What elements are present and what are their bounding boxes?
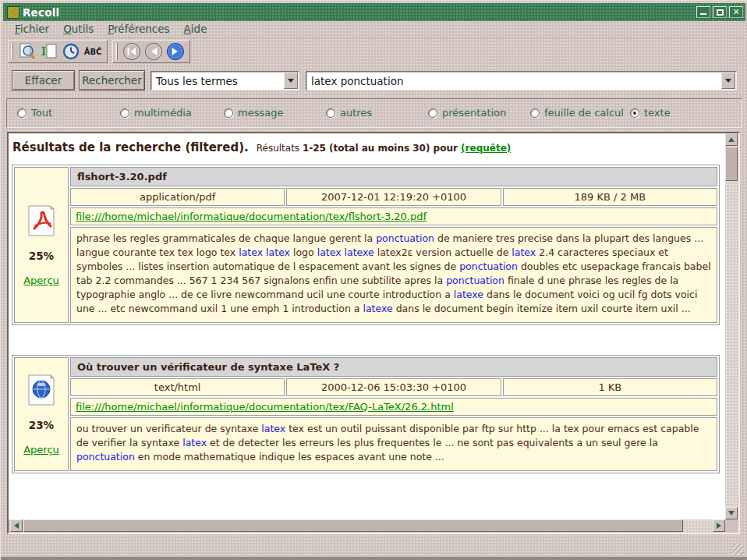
filter-radio-multimedia[interactable]: multimédia bbox=[120, 107, 192, 119]
term-explorer-icon[interactable]: ÂBĈ bbox=[82, 41, 104, 62]
clear-button[interactable]: Effacer bbox=[12, 70, 75, 90]
toolbar-handle[interactable] bbox=[115, 43, 118, 60]
chevron-down-icon[interactable] bbox=[721, 73, 735, 89]
filter-label: feuille de calcul bbox=[544, 107, 624, 119]
snippet-text: dans le document begin itemize item uxil… bbox=[393, 303, 691, 314]
horizontal-scrollbar[interactable] bbox=[10, 519, 725, 533]
relevance-percent: 23% bbox=[15, 419, 68, 431]
result-title: flshort-3.20.pdf bbox=[70, 167, 717, 186]
previous-page-icon[interactable] bbox=[143, 41, 165, 62]
snippet-text: et de detecter les erreurs les plus freq… bbox=[207, 437, 658, 448]
menu-fichier[interactable]: Fichier bbox=[8, 21, 56, 37]
horizontal-scroll-thumb[interactable] bbox=[23, 519, 683, 532]
window-title: Recoll bbox=[23, 6, 59, 19]
minimize-icon bbox=[700, 13, 706, 15]
result-snippet: ou trouver un verificateur de syntaxe la… bbox=[70, 417, 717, 471]
results-header: Résultats de la recherche (filtered).Rés… bbox=[9, 133, 725, 154]
result-url-link[interactable]: file:///home/michael/informatique/docume… bbox=[76, 211, 427, 222]
snippet-highlight: latexe bbox=[454, 289, 483, 300]
snippet-text: ou trouver un verificateur de syntaxe bbox=[76, 423, 261, 434]
snippet-highlight: ponctuation bbox=[76, 451, 135, 463]
filter-radio-message[interactable]: message bbox=[224, 107, 283, 119]
recoll-app-icon bbox=[7, 6, 19, 19]
close-icon: ✕ bbox=[730, 7, 742, 17]
snippet-highlight: latex bbox=[182, 437, 207, 448]
result-mime: application/pdf bbox=[70, 188, 285, 206]
filter-label: autres bbox=[340, 107, 372, 119]
vertical-scroll-thumb[interactable] bbox=[725, 147, 738, 181]
sort-by-date-icon[interactable] bbox=[38, 41, 60, 62]
document-preview-icon[interactable] bbox=[16, 41, 38, 62]
resize-grip[interactable] bbox=[732, 544, 744, 555]
filter-radio-tout[interactable]: Tout bbox=[17, 107, 52, 119]
snippet-text: phrase les regles grammaticales de chaqu… bbox=[76, 232, 376, 244]
menu-aide[interactable]: Aide bbox=[177, 21, 214, 37]
snippet-text: en mode mathematique indique les espaces… bbox=[135, 451, 444, 463]
menu-preferences[interactable]: Préférences bbox=[101, 21, 176, 37]
maximize-icon bbox=[717, 9, 724, 16]
toolbar-handle[interactable] bbox=[11, 43, 13, 60]
preview-link[interactable]: Aperçu bbox=[23, 275, 59, 286]
filter-radio-texte[interactable]: texte bbox=[630, 107, 671, 119]
window-edge bbox=[1, 557, 747, 560]
recoll-window: Recoll ✕ Fichier Outils Préférences Aide bbox=[0, 0, 747, 560]
query-link[interactable]: (requête) bbox=[461, 143, 511, 154]
search-mode-select[interactable]: Tous les termes bbox=[150, 71, 299, 90]
snippet-text: latex2ε version actuelle de bbox=[374, 246, 512, 258]
filter-label: multimédia bbox=[134, 107, 192, 119]
radio-icon bbox=[120, 108, 129, 118]
toolbar-group-main: ÂBĈ bbox=[8, 40, 108, 63]
snippet-highlight: latex bbox=[512, 246, 536, 258]
radio-icon bbox=[224, 108, 233, 118]
snippet-highlight: latex latexe bbox=[317, 246, 374, 258]
menubar: Fichier Outils Préférences Aide bbox=[3, 21, 745, 38]
result-mime: text/html bbox=[70, 378, 285, 396]
snippet-highlight: ponctuation bbox=[376, 232, 434, 244]
filter-label: message bbox=[238, 107, 283, 119]
vertical-scrollbar[interactable] bbox=[725, 133, 738, 519]
close-button[interactable]: ✕ bbox=[729, 6, 743, 18]
snippet-highlight: latex bbox=[261, 423, 285, 434]
radio-icon bbox=[428, 108, 437, 118]
filter-radio-presentation[interactable]: présentation bbox=[428, 107, 506, 119]
filter-label: texte bbox=[644, 107, 671, 119]
preview-link[interactable]: Aperçu bbox=[23, 444, 59, 455]
filter-label: présentation bbox=[442, 107, 506, 119]
result-date: 2007-12-01 12:19:20 +0100 bbox=[286, 188, 501, 206]
menu-outils[interactable]: Outils bbox=[56, 21, 101, 37]
search-button[interactable]: Rechercher bbox=[79, 70, 145, 90]
history-clock-icon[interactable] bbox=[60, 41, 82, 62]
filter-label: Tout bbox=[31, 107, 52, 119]
category-filter-frame: Tout multimédia message autres présentat… bbox=[6, 98, 742, 128]
search-query-input[interactable]: latex ponctuation bbox=[306, 71, 737, 90]
html-file-icon bbox=[27, 374, 55, 408]
result-title: Où trouver un vérificateur de syntaxe La… bbox=[70, 357, 717, 377]
results-title: Résultats de la recherche (filtered). bbox=[12, 140, 249, 154]
snippet-text: logo bbox=[290, 246, 317, 258]
snippet-highlight: latex latex bbox=[239, 246, 290, 258]
maximize-button[interactable] bbox=[713, 6, 727, 18]
next-page-icon[interactable] bbox=[165, 41, 186, 62]
scroll-left-icon[interactable] bbox=[10, 519, 23, 532]
toolbar-group-nav bbox=[112, 40, 190, 63]
result-size: 1 KB bbox=[503, 378, 717, 396]
chevron-down-icon[interactable] bbox=[284, 73, 298, 89]
snippet-highlight: ponctuation bbox=[446, 275, 504, 286]
result-url-link[interactable]: file:///home/michael/informatique/docume… bbox=[76, 401, 454, 413]
result-snippet: phrase les regles grammaticales de chaqu… bbox=[70, 227, 717, 323]
search-mode-value: Tous les termes bbox=[151, 75, 284, 87]
scroll-down-icon[interactable] bbox=[725, 507, 738, 519]
result-side-cell: 25% Aperçu bbox=[14, 167, 69, 323]
first-page-icon[interactable] bbox=[121, 41, 143, 62]
radio-icon bbox=[17, 108, 27, 118]
scroll-right-icon[interactable] bbox=[713, 519, 725, 532]
minimize-button[interactable] bbox=[696, 6, 710, 18]
result-item: 25% Aperçu flshort-3.20.pdf application/… bbox=[12, 165, 720, 325]
search-query-value: latex ponctuation bbox=[306, 75, 721, 87]
results-frame: Résultats de la recherche (filtered).Rés… bbox=[7, 132, 740, 534]
filter-radio-autres[interactable]: autres bbox=[326, 107, 372, 119]
titlebar[interactable]: Recoll ✕ bbox=[3, 3, 745, 21]
filter-radio-feuille-de-calcul[interactable]: feuille de calcul bbox=[530, 107, 624, 119]
scroll-up-icon[interactable] bbox=[725, 133, 738, 146]
pdf-file-icon bbox=[27, 205, 55, 239]
